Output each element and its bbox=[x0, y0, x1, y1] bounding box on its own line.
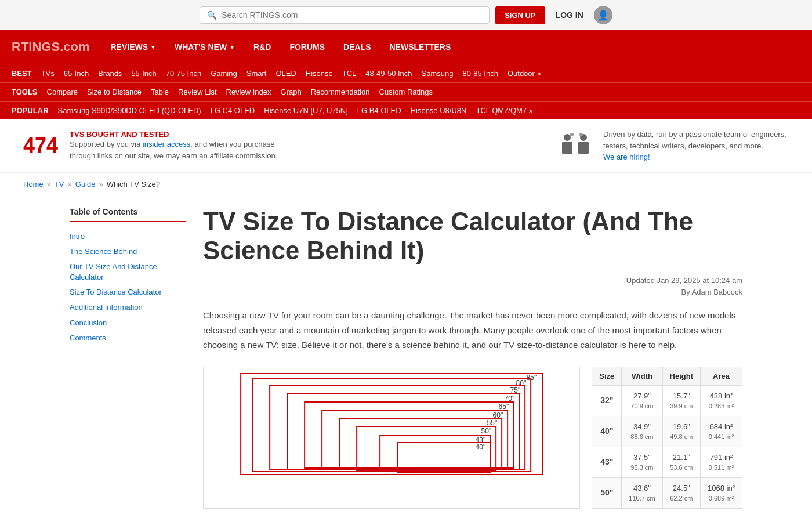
best-70-75[interactable]: 70-75 Inch bbox=[161, 67, 206, 80]
nav-deals[interactable]: DEALS bbox=[334, 32, 380, 62]
main-content: TV Size To Distance Calculator (And The … bbox=[203, 195, 742, 509]
search-input[interactable] bbox=[222, 10, 482, 20]
popular-nav: POPULAR Samsung S90D/S90DD OLED (QD-OLED… bbox=[0, 101, 812, 119]
logo-text: RTINGS bbox=[12, 39, 60, 54]
popular-lg-c4[interactable]: LG C4 OLED bbox=[206, 104, 260, 117]
table-row: 32" 27.9"70.9 cm 15.7"39.9 cm 438 in²0.2… bbox=[592, 385, 742, 416]
user-icon[interactable]: 👤 bbox=[594, 6, 612, 24]
sizes-table-container: Size Width Height Area 32" 27.9"70.9 cm … bbox=[592, 367, 742, 509]
insider-access-link[interactable]: insider access bbox=[143, 140, 190, 148]
tool-size-to-distance[interactable]: Size to Distance bbox=[82, 85, 146, 99]
best-samsung[interactable]: Samsung bbox=[417, 67, 458, 80]
main-nav: RTINGS.com REVIEWS ▼ WHAT'S NEW ▼ R&D FO… bbox=[0, 30, 812, 64]
best-gaming[interactable]: Gaming bbox=[206, 67, 242, 80]
toc-size-distance-calc[interactable]: Size To Distance Calculator bbox=[70, 285, 186, 300]
best-outdoor[interactable]: Outdoor » bbox=[503, 67, 546, 80]
sign-up-button[interactable]: SIGN UP bbox=[495, 6, 545, 24]
search-wrapper: 🔍 bbox=[200, 6, 490, 24]
svg-rect-6 bbox=[241, 373, 542, 474]
best-nav: BEST TVs 65-Inch Brands 55-Inch 70-75 In… bbox=[0, 64, 812, 82]
table-row: 43" 37.5"95.3 cm 21.1"53.6 cm 791 in²0.5… bbox=[592, 447, 742, 477]
height-32: 15.7"39.9 cm bbox=[662, 385, 700, 416]
intro-text: Choosing a new TV for your room can be a… bbox=[203, 308, 742, 353]
toc-additional-info[interactable]: Additional Information bbox=[70, 300, 186, 315]
svg-rect-3 bbox=[578, 142, 589, 154]
whats-new-arrow: ▼ bbox=[229, 44, 235, 50]
toc-comments[interactable]: Comments bbox=[70, 331, 186, 346]
svg-text:65": 65" bbox=[499, 403, 509, 411]
best-48-50[interactable]: 48-49-50 Inch bbox=[361, 67, 416, 80]
size-32: 32" bbox=[592, 385, 622, 416]
popular-hisense-u8[interactable]: Hisense U8/U8N bbox=[406, 104, 472, 117]
tool-review-index[interactable]: Review Index bbox=[222, 85, 276, 99]
col-width: Width bbox=[622, 367, 662, 385]
nav-newsletters[interactable]: NEWSLETTERS bbox=[380, 32, 461, 62]
popular-hisense-u7n[interactable]: Hisense U7N [U7, U75N] bbox=[259, 104, 353, 117]
tv-chart-svg: 85" 80" 75" 70" 65" 60" bbox=[209, 373, 574, 489]
nav-forums[interactable]: FORUMS bbox=[280, 32, 334, 62]
height-40: 19.6"49.8 cm bbox=[662, 416, 700, 447]
best-smart[interactable]: Smart bbox=[242, 67, 271, 80]
best-80-85[interactable]: 80-85 Inch bbox=[458, 67, 502, 80]
sizes-table: Size Width Height Area 32" 27.9"70.9 cm … bbox=[592, 367, 742, 509]
popular-lg-b4[interactable]: LG B4 OLED bbox=[353, 104, 406, 117]
best-55[interactable]: 55-Inch bbox=[126, 67, 161, 80]
width-50: 43.6"110.7 cm bbox=[622, 477, 662, 508]
nav-items: REVIEWS ▼ WHAT'S NEW ▼ R&D FORUMS DEALS … bbox=[101, 32, 800, 62]
size-43: 43" bbox=[592, 447, 622, 477]
svg-rect-0 bbox=[564, 134, 571, 141]
search-bar: 🔍 SIGN UP LOG IN 👤 bbox=[0, 0, 812, 30]
best-label: BEST bbox=[12, 69, 32, 78]
banner-title: TVS BOUGHT AND TESTED bbox=[70, 130, 278, 139]
tool-graph[interactable]: Graph bbox=[276, 85, 306, 99]
best-65[interactable]: 65-Inch bbox=[59, 67, 93, 80]
breadcrumb-tv[interactable]: TV bbox=[55, 180, 64, 188]
update-info: Updated Jan 29, 2025 at 10:24 am By Adam… bbox=[203, 275, 742, 299]
hiring-link[interactable]: We are hiring! bbox=[603, 153, 650, 161]
svg-text:40": 40" bbox=[476, 443, 486, 451]
col-area: Area bbox=[701, 367, 742, 385]
updated-date: Updated Jan 29, 2025 at 10:24 am bbox=[203, 275, 742, 287]
size-40: 40" bbox=[592, 416, 622, 447]
breadcrumb-sep-2: » bbox=[68, 180, 72, 188]
toc-title: Table of Contents bbox=[70, 207, 186, 222]
area-50: 1068 in²0.689 m² bbox=[701, 477, 742, 508]
svg-text:50": 50" bbox=[481, 427, 492, 435]
popular-tcl-qm7[interactable]: TCL QM7/QM7 » bbox=[471, 104, 537, 117]
toc-science-behind[interactable]: The Science Behind bbox=[70, 244, 186, 259]
toc-conclusion[interactable]: Conclusion bbox=[70, 316, 186, 331]
popular-label: POPULAR bbox=[12, 106, 49, 115]
best-hisense[interactable]: Hisense bbox=[301, 67, 338, 80]
breadcrumb-current: Which TV Size? bbox=[107, 180, 160, 188]
viz-section: 85" 80" 75" 70" 65" 60" bbox=[203, 367, 742, 509]
svg-point-4 bbox=[570, 133, 574, 136]
tool-recommendation[interactable]: Recommendation bbox=[306, 85, 375, 99]
svg-text:70": 70" bbox=[505, 394, 515, 403]
logo[interactable]: RTINGS.com bbox=[12, 30, 89, 64]
popular-samsung-s90d[interactable]: Samsung S90D/S90DD OLED (QD-OLED) bbox=[53, 104, 206, 117]
page-title: TV Size To Distance Calculator (And The … bbox=[203, 207, 742, 266]
page-layout: Table of Contents Intro The Science Behi… bbox=[58, 195, 754, 509]
best-brands[interactable]: Brands bbox=[93, 67, 126, 80]
tool-review-list[interactable]: Review List bbox=[173, 85, 221, 99]
banner-description: Supported by you via insider access, and… bbox=[70, 139, 278, 161]
banner-text: TVS BOUGHT AND TESTED Supported by you v… bbox=[70, 130, 278, 161]
best-tcl[interactable]: TCL bbox=[338, 67, 361, 80]
col-size: Size bbox=[592, 367, 622, 385]
team-icon bbox=[559, 131, 594, 160]
nav-whats-new[interactable]: WHAT'S NEW ▼ bbox=[165, 32, 244, 62]
tool-compare[interactable]: Compare bbox=[42, 85, 82, 99]
area-43: 791 in²0.511 m² bbox=[701, 447, 742, 477]
best-tvs[interactable]: TVs bbox=[37, 67, 59, 80]
height-43: 21.1"53.6 cm bbox=[662, 447, 700, 477]
tool-table[interactable]: Table bbox=[146, 85, 173, 99]
breadcrumb-home[interactable]: Home bbox=[23, 180, 44, 188]
nav-rd[interactable]: R&D bbox=[244, 32, 280, 62]
tool-custom-ratings[interactable]: Custom Ratings bbox=[375, 85, 437, 99]
toc-intro[interactable]: Intro bbox=[70, 229, 186, 244]
breadcrumb-guide[interactable]: Guide bbox=[75, 180, 96, 188]
toc-calculator-desc[interactable]: Our TV Size And Distance Calculator bbox=[70, 259, 186, 285]
nav-reviews[interactable]: REVIEWS ▼ bbox=[101, 32, 165, 62]
best-oled[interactable]: OLED bbox=[271, 67, 300, 80]
log-in-link[interactable]: LOG IN bbox=[556, 10, 583, 20]
